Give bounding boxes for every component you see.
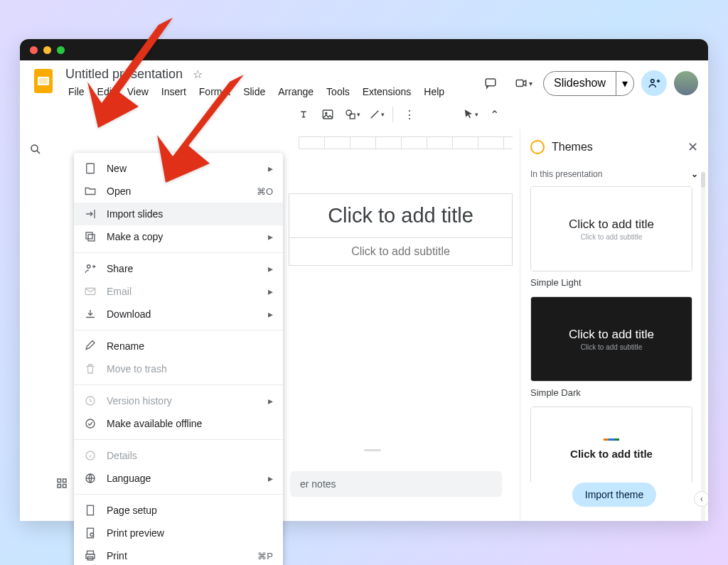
menu-item-share[interactable]: Share▸: [74, 257, 283, 280]
theme-card-light[interactable]: Click to add title Click to add subtitle: [530, 186, 692, 271]
submenu-arrow-icon: ▸: [268, 395, 273, 407]
svg-rect-15: [87, 163, 95, 173]
comment-history-icon[interactable]: [478, 70, 503, 96]
import-theme-button[interactable]: Import theme: [572, 483, 656, 507]
panel-scrollbar[interactable]: [701, 172, 705, 521]
pointer-tool-icon[interactable]: ▾: [459, 104, 481, 125]
slide-subtitle-placeholder[interactable]: Click to add subtitle: [289, 237, 513, 266]
window-maximize-icon[interactable]: [57, 46, 65, 54]
more-tools-icon[interactable]: ⋮: [399, 104, 420, 125]
theme-preview-subtitle: Click to add subtitle: [581, 343, 643, 351]
svg-rect-4: [516, 80, 523, 87]
share-icon: [84, 262, 97, 275]
svg-point-7: [326, 112, 327, 114]
menu-item-version-history: Version history▸: [74, 389, 283, 412]
speaker-notes[interactable]: er notes: [290, 471, 502, 497]
image-tool-icon[interactable]: [317, 104, 338, 125]
window-minimize-icon[interactable]: [43, 46, 51, 54]
panel-scroll-thumb[interactable]: [701, 172, 705, 188]
print-icon: [84, 549, 97, 562]
menu-item-print-preview[interactable]: Print preview: [74, 522, 283, 544]
svg-rect-14: [63, 485, 67, 488]
svg-point-5: [651, 80, 655, 83]
svg-rect-24: [87, 505, 94, 515]
ruler: [299, 136, 513, 149]
menu-item-import-slides[interactable]: Import slides: [74, 203, 283, 225]
themes-panel: Themes ✕ In this presentation ⌄ Click to…: [520, 129, 708, 521]
slideshow-caret-icon[interactable]: ▾: [616, 72, 633, 95]
theme-name: Simple Light: [530, 277, 692, 288]
submenu-arrow-icon: ▸: [268, 263, 273, 274]
meet-icon[interactable]: ▾: [510, 70, 536, 96]
menu-help[interactable]: Help: [418, 84, 450, 99]
panel-section-label: In this presentation: [530, 169, 602, 179]
theme-card-streamline[interactable]: Click to add title: [530, 407, 692, 483]
menu-item-make-copy[interactable]: Make a copy▸: [74, 225, 283, 248]
menu-item-rename[interactable]: Rename: [74, 335, 283, 357]
preview-icon: [84, 527, 97, 539]
download-icon: [84, 308, 97, 321]
svg-point-26: [90, 533, 94, 537]
window-close-icon[interactable]: [30, 46, 38, 54]
menu-item-details: Details: [74, 444, 283, 467]
history-icon: [84, 394, 97, 407]
svg-rect-16: [88, 235, 95, 241]
close-panel-icon[interactable]: ✕: [687, 139, 698, 155]
annotation-arrow-icon: [144, 75, 251, 191]
submenu-arrow-icon: ▸: [268, 231, 273, 242]
theme-card-dark[interactable]: Click to add title Click to add subtitle: [530, 296, 692, 382]
svg-rect-13: [58, 485, 61, 488]
svg-rect-6: [323, 110, 333, 119]
svg-rect-17: [86, 232, 92, 239]
trash-icon: [84, 362, 97, 375]
grid-view-icon[interactable]: [55, 477, 68, 493]
hide-menus-icon[interactable]: ⌃: [483, 104, 505, 125]
file-menu-dropdown: New▸ Open⌘O Import slides Make a copy▸ S…: [74, 153, 283, 565]
offline-icon: [84, 417, 97, 430]
svg-rect-11: [58, 479, 61, 483]
info-icon: [84, 449, 97, 462]
textbox-tool-icon[interactable]: [293, 104, 314, 125]
menu-item-download[interactable]: Download▸: [74, 303, 283, 325]
menu-item-email: Email▸: [74, 280, 283, 303]
notes-resize-handle[interactable]: [364, 449, 381, 451]
account-avatar[interactable]: [674, 71, 698, 95]
expand-panel-icon[interactable]: ‹: [694, 491, 708, 507]
svg-point-8: [346, 110, 352, 116]
menu-item-print[interactable]: Print⌘P: [74, 544, 283, 565]
shape-tool-icon[interactable]: ▾: [341, 104, 363, 125]
share-button[interactable]: [641, 70, 667, 96]
app-window: Untitled presentation ☆ File Edit View I…: [20, 39, 708, 521]
menu-item-offline[interactable]: Make available offline: [74, 412, 283, 435]
globe-icon: [84, 472, 97, 485]
svg-rect-2: [39, 78, 48, 84]
theme-preview-title: Click to add title: [570, 448, 653, 460]
slideshow-button[interactable]: Slideshow ▾: [543, 71, 634, 96]
submenu-arrow-icon: ▸: [268, 473, 273, 484]
slide-title-placeholder[interactable]: Click to add title: [289, 193, 513, 238]
line-tool-icon[interactable]: ▾: [365, 104, 387, 125]
svg-point-21: [86, 419, 95, 428]
search-icon[interactable]: [26, 139, 46, 159]
svg-point-18: [87, 265, 91, 269]
menu-item-page-setup[interactable]: Page setup: [74, 499, 283, 522]
new-icon: [84, 162, 97, 175]
menu-item-trash: Move to trash: [74, 357, 283, 380]
menu-tools[interactable]: Tools: [321, 84, 355, 99]
menu-extensions[interactable]: Extensions: [357, 84, 417, 99]
theme-preview-subtitle: Click to add subtitle: [581, 233, 643, 241]
theme-name: Simple Dark: [530, 387, 692, 398]
app-logo[interactable]: [30, 68, 57, 95]
submenu-arrow-icon: ▸: [268, 286, 273, 297]
import-icon: [84, 208, 97, 220]
svg-rect-12: [63, 479, 67, 483]
email-icon: [84, 285, 97, 298]
folder-icon: [84, 185, 97, 198]
menu-item-language[interactable]: Language▸: [74, 467, 283, 490]
chevron-down-icon[interactable]: ⌄: [691, 169, 698, 179]
svg-point-10: [31, 145, 38, 151]
theme-preview-title: Click to add title: [569, 328, 654, 342]
palette-icon: [530, 140, 545, 154]
menu-arrange[interactable]: Arrange: [272, 84, 319, 99]
slideshow-label[interactable]: Slideshow: [544, 72, 616, 95]
